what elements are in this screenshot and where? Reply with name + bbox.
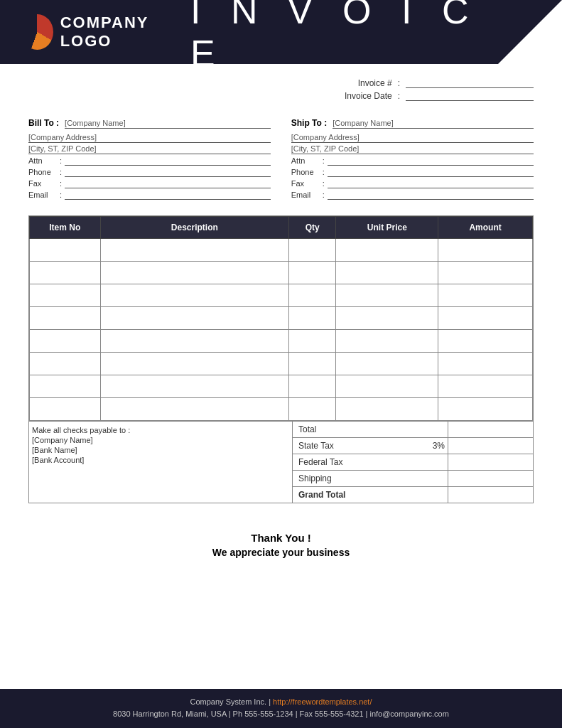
footer-company-line: Company System Inc. | http://freewordtem… — [14, 696, 548, 709]
bill-to-phone-row: Phone : — [28, 167, 271, 177]
bill-to-email-label: Email — [28, 191, 57, 199]
logo-text: COMPANY LOGO — [60, 14, 190, 50]
invoice-number-colon: : — [398, 78, 400, 88]
bill-to-fax-label: Fax — [28, 179, 57, 188]
bill-to-email-row: Email : — [28, 190, 271, 200]
logo-area: COMPANY LOGO — [21, 14, 190, 50]
footer-address-line: 8030 Harrington Rd, Miami, USA | Ph 555-… — [14, 708, 548, 721]
bill-to-email-field[interactable] — [65, 190, 271, 200]
grand-total-label: Grand Total — [293, 487, 448, 503]
table-row[interactable] — [30, 307, 533, 330]
table-row[interactable] — [30, 284, 533, 307]
ship-to-phone-label: Phone — [291, 168, 320, 176]
total-label: Total — [293, 422, 448, 437]
ship-to-attn-field[interactable] — [328, 156, 534, 166]
payment-line1: Make all checks payable to : — [32, 426, 289, 434]
ship-to-phone-row: Phone : — [291, 167, 534, 177]
bill-to-attn-label: Attn — [28, 156, 57, 165]
bill-to-fax-field[interactable] — [65, 178, 271, 188]
ship-to-phone-field[interactable] — [328, 167, 534, 177]
page-header: COMPANY LOGO I N V O I C E — [0, 0, 562, 64]
col-amount: Amount — [438, 217, 533, 239]
state-tax-value[interactable] — [448, 438, 533, 454]
invoice-date-label: Invoice Date — [328, 91, 392, 101]
footer-company-name: Company System Inc. — [190, 697, 267, 706]
bill-to-city[interactable]: [City, ST, ZIP Code] — [28, 144, 271, 154]
payment-line4: [Bank Account] — [32, 456, 289, 464]
ship-to-email-field[interactable] — [328, 190, 534, 200]
grand-total-value[interactable] — [448, 487, 533, 503]
table-header-row: Item No Description Qty Unit Price Amoun… — [30, 217, 533, 239]
table-row[interactable] — [30, 353, 533, 375]
bill-to-phone-field[interactable] — [65, 167, 271, 177]
logo-icon — [21, 14, 53, 50]
payment-line2: [Company Name] — [32, 436, 289, 444]
col-qty: Qty — [289, 217, 336, 239]
table-row[interactable] — [30, 398, 533, 421]
ship-to-attn-label: Attn — [291, 156, 320, 165]
bill-to-label: Bill To : — [28, 118, 59, 128]
grand-total-row: Grand Total — [293, 487, 533, 503]
main-content: Invoice # : Invoice Date : Bill To : [Co… — [0, 64, 562, 689]
ship-to-email-row: Email : — [291, 190, 534, 200]
bill-to-attn-field[interactable] — [65, 156, 271, 166]
payment-line3: [Bank Name] — [32, 446, 289, 454]
shipping-value[interactable] — [448, 471, 533, 486]
invoice-date-row: Invoice Date : — [328, 91, 534, 101]
page-footer: Company System Inc. | http://freewordtem… — [0, 689, 562, 728]
invoice-number-field[interactable] — [406, 78, 534, 88]
ship-to-block: Ship To : [Company Name] [Company Addres… — [291, 118, 534, 201]
federal-tax-label: Federal Tax — [293, 454, 448, 470]
ship-to-fax-field[interactable] — [328, 178, 534, 188]
invoice-number-label: Invoice # — [328, 78, 392, 88]
address-section: Bill To : [Company Name] [Company Addres… — [28, 118, 534, 201]
ship-to-fax-label: Fax — [291, 179, 320, 188]
federal-tax-row: Federal Tax — [293, 454, 533, 471]
table-row[interactable] — [30, 375, 533, 398]
thankyou-line1: Thank You ! — [28, 532, 534, 544]
ship-to-city[interactable]: [City, ST, ZIP Code] — [291, 144, 534, 154]
state-tax-row: State Tax 3% — [293, 438, 533, 454]
invoice-table-wrapper: Item No Description Qty Unit Price Amoun… — [28, 215, 534, 422]
bill-to-block: Bill To : [Company Name] [Company Addres… — [28, 118, 271, 201]
invoice-date-colon: : — [398, 91, 400, 101]
ship-to-company[interactable]: [Company Name] — [333, 119, 534, 129]
col-unit-price: Unit Price — [336, 217, 438, 239]
thankyou-line2: We appreciate your business — [28, 547, 534, 558]
thankyou-section: Thank You ! We appreciate your business — [28, 503, 534, 572]
table-row[interactable] — [30, 262, 533, 284]
federal-tax-value[interactable] — [448, 454, 533, 470]
bill-to-fax-row: Fax : — [28, 178, 271, 188]
ship-to-attn-row: Attn : — [291, 156, 534, 166]
total-row: Total — [293, 422, 533, 438]
col-item-no: Item No — [30, 217, 101, 239]
state-tax-pct: 3% — [430, 438, 448, 454]
bill-to-attn-row: Attn : — [28, 156, 271, 166]
state-tax-label: State Tax — [293, 438, 430, 454]
ship-to-email-label: Email — [291, 191, 320, 199]
invoice-table: Item No Description Qty Unit Price Amoun… — [29, 216, 533, 421]
invoice-info-section: Invoice # : Invoice Date : — [28, 78, 534, 104]
summary-section: Make all checks payable to : [Company Na… — [28, 422, 534, 503]
total-value[interactable] — [448, 422, 533, 437]
table-row[interactable] — [30, 330, 533, 353]
table-row[interactable] — [30, 239, 533, 262]
ship-to-label: Ship To : — [291, 118, 327, 128]
bill-to-address[interactable]: [Company Address] — [28, 133, 271, 143]
bill-to-phone-label: Phone — [28, 168, 57, 176]
invoice-number-row: Invoice # : — [328, 78, 534, 88]
payment-info: Make all checks payable to : [Company Na… — [28, 422, 292, 503]
col-description: Description — [100, 217, 289, 239]
invoice-date-field[interactable] — [406, 91, 534, 101]
invoice-title: I N V O I C E — [190, 0, 498, 75]
bill-to-company[interactable]: [Company Name] — [65, 119, 271, 129]
ship-to-address[interactable]: [Company Address] — [291, 133, 534, 143]
shipping-label: Shipping — [293, 471, 448, 486]
footer-url[interactable]: http://freewordtemplates.net/ — [273, 697, 372, 706]
summary-rows: Total State Tax 3% Federal Tax Shipping … — [292, 422, 534, 503]
shipping-row: Shipping — [293, 471, 533, 487]
ship-to-fax-row: Fax : — [291, 178, 534, 188]
